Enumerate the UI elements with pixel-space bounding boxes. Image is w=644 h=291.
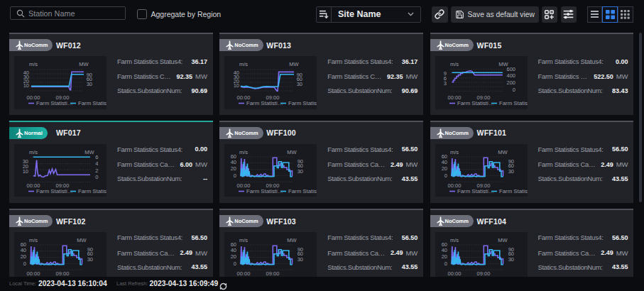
svg-text:0: 0 [23,260,26,267]
svg-text:m/s: m/s [450,61,459,67]
svg-text:00:00: 00:00 [447,270,461,277]
svg-text:4: 4 [95,160,98,167]
svg-text:Farm Statistic: Farm Statistic [78,188,107,194]
svg-text:10: 10 [23,82,29,89]
svg-text:Farm Statisti…: Farm Statisti… [457,188,494,194]
svg-text:09:00: 09:00 [56,182,70,188]
svg-text:30: 30 [508,256,513,263]
svg-text:09:00: 09:00 [476,94,490,101]
svg-text:09:00: 09:00 [266,270,280,277]
svg-text:20: 20 [231,253,236,260]
svg-text:20: 20 [441,253,447,260]
svg-text:40: 40 [231,248,236,254]
svg-text:0: 0 [234,260,236,267]
svg-text:30: 30 [87,256,93,263]
svg-text:00:00: 00:00 [27,270,40,277]
svg-text:MW: MW [498,237,508,243]
svg-text:30: 30 [298,168,303,174]
svg-text:0: 0 [95,173,98,180]
svg-text:2: 2 [95,167,98,173]
svg-text:00:00: 00:00 [447,94,461,101]
svg-text:0: 0 [444,260,447,267]
svg-text:m/s: m/s [29,237,38,243]
svg-text:09:00: 09:00 [476,182,490,188]
svg-text:09:00: 09:00 [266,94,280,101]
svg-text:6: 6 [95,154,98,160]
svg-text:40: 40 [21,248,26,254]
svg-text:m/s: m/s [239,149,248,155]
svg-text:Farm Statistic: Farm Statistic [288,188,317,194]
svg-text:200: 200 [506,79,515,86]
svg-text:0: 0 [234,172,236,178]
svg-text:60: 60 [441,241,447,248]
svg-text:m/s: m/s [29,61,38,67]
svg-text:00:00: 00:00 [27,94,40,101]
svg-text:600: 600 [506,66,515,72]
svg-text:m/s: m/s [29,149,38,155]
svg-text:MW: MW [77,237,87,243]
svg-text:20: 20 [21,253,26,260]
svg-text:0: 0 [512,87,515,93]
svg-text:10: 10 [23,168,28,175]
svg-text:3: 3 [443,80,446,87]
svg-text:00:00: 00:00 [237,94,251,101]
svg-text:MW: MW [288,149,298,155]
svg-text:20: 20 [441,165,447,172]
svg-text:00:00: 00:00 [447,182,461,188]
svg-text:MW: MW [79,61,89,67]
svg-text:10: 10 [234,82,239,89]
svg-text:m/s: m/s [239,237,248,243]
svg-text:30: 30 [298,256,303,263]
svg-text:0: 0 [444,172,447,178]
svg-text:Farm Statistic: Farm Statistic [499,188,528,194]
svg-text:00:00: 00:00 [237,270,251,277]
svg-text:30: 30 [297,81,302,87]
svg-text:40: 40 [231,159,236,165]
svg-text:09:00: 09:00 [266,182,280,188]
svg-text:Farm Statisti…: Farm Statisti… [246,100,283,106]
svg-text:m/s: m/s [450,237,459,243]
svg-text:00:00: 00:00 [237,182,251,188]
svg-text:Farm Statisti…: Farm Statisti… [36,100,73,106]
svg-text:09:00: 09:00 [56,270,70,277]
svg-text:Farm Statistic: Farm Statistic [78,100,107,106]
svg-text:09:00: 09:00 [56,94,70,101]
svg-text:Farm Statisti…: Farm Statisti… [246,188,283,194]
svg-text:Farm Statisti…: Farm Statisti… [457,100,494,106]
svg-text:m/s: m/s [450,149,459,155]
svg-text:60: 60 [231,241,236,248]
svg-text:30: 30 [87,81,92,87]
svg-text:m/s: m/s [239,61,248,67]
svg-text:00:00: 00:00 [27,182,40,188]
svg-text:MW: MW [290,61,300,67]
svg-text:Farm Statisti…: Farm Statisti… [36,188,73,194]
svg-text:Farm Statistic: Farm Statistic [499,100,528,106]
svg-text:60: 60 [231,153,236,159]
svg-text:30: 30 [508,168,513,174]
svg-text:20: 20 [231,165,236,172]
svg-text:MW: MW [498,149,508,155]
svg-text:40: 40 [441,248,447,254]
svg-text:60: 60 [441,153,447,159]
svg-text:MW: MW [84,149,94,155]
svg-text:40: 40 [441,159,447,165]
svg-text:09:00: 09:00 [476,270,490,277]
svg-text:400: 400 [506,72,515,79]
svg-text:MW: MW [288,237,298,243]
svg-text:Farm Statistic: Farm Statistic [288,100,317,106]
svg-text:60: 60 [21,241,26,248]
